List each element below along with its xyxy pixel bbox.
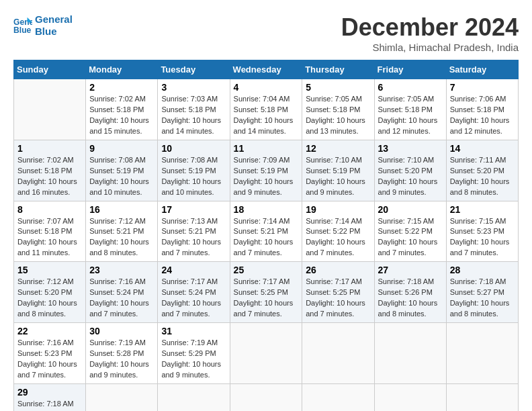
day-number: 25 <box>234 265 299 275</box>
day-number: 10 <box>161 143 226 154</box>
calendar-week-row: 15 Sunrise: 7:12 AM Sunset: 5:20 PM Dayl… <box>14 262 519 323</box>
day-number: 23 <box>89 265 154 275</box>
table-row: 24 Sunrise: 7:17 AM Sunset: 5:24 PM Dayl… <box>158 262 230 323</box>
day-number: 13 <box>378 143 443 154</box>
table-row: 31 Sunrise: 7:19 AM Sunset: 5:29 PM Dayl… <box>158 323 230 384</box>
day-info: Sunrise: 7:19 AM Sunset: 5:28 PM Dayligh… <box>89 338 154 381</box>
table-row: 20 Sunrise: 7:15 AM Sunset: 5:22 PM Dayl… <box>374 201 446 262</box>
day-info: Sunrise: 7:12 AM Sunset: 5:20 PM Dayligh… <box>17 277 82 320</box>
day-number: 20 <box>378 204 443 215</box>
table-row <box>158 383 230 411</box>
day-info: Sunrise: 7:15 AM Sunset: 5:22 PM Dayligh… <box>378 216 443 259</box>
table-row: 2 Sunrise: 7:02 AM Sunset: 5:18 PM Dayli… <box>86 79 158 140</box>
table-row: 10 Sunrise: 7:08 AM Sunset: 5:19 PM Dayl… <box>158 140 230 201</box>
day-info: Sunrise: 7:05 AM Sunset: 5:18 PM Dayligh… <box>378 94 443 137</box>
day-info: Sunrise: 7:08 AM Sunset: 5:19 PM Dayligh… <box>161 155 226 198</box>
table-row: 7 Sunrise: 7:06 AM Sunset: 5:18 PM Dayli… <box>446 79 518 140</box>
day-number: 18 <box>234 204 299 215</box>
day-info: Sunrise: 7:15 AM Sunset: 5:23 PM Dayligh… <box>450 216 515 259</box>
table-row: 26 Sunrise: 7:17 AM Sunset: 5:25 PM Dayl… <box>302 262 374 323</box>
day-number: 21 <box>450 204 515 215</box>
table-row: 12 Sunrise: 7:10 AM Sunset: 5:19 PM Dayl… <box>302 140 374 201</box>
table-row: 22 Sunrise: 7:16 AM Sunset: 5:23 PM Dayl… <box>14 323 86 384</box>
table-row: 25 Sunrise: 7:17 AM Sunset: 5:25 PM Dayl… <box>230 262 302 323</box>
day-number: 16 <box>89 204 154 215</box>
col-saturday: Saturday <box>446 60 518 79</box>
day-info: Sunrise: 7:03 AM Sunset: 5:18 PM Dayligh… <box>161 94 226 137</box>
table-row: 13 Sunrise: 7:10 AM Sunset: 5:20 PM Dayl… <box>374 140 446 201</box>
calendar-week-row: 1 Sunrise: 7:02 AM Sunset: 5:18 PM Dayli… <box>14 140 519 201</box>
day-info: Sunrise: 7:11 AM Sunset: 5:20 PM Dayligh… <box>450 155 515 198</box>
page-header: General Blue General Blue December 2024 … <box>13 13 519 53</box>
day-info: Sunrise: 7:14 AM Sunset: 5:22 PM Dayligh… <box>306 216 370 259</box>
calendar-week-row: 29 Sunrise: 7:18 AM Sunset: 5:27 PM Dayl… <box>14 383 519 411</box>
day-info: Sunrise: 7:16 AM Sunset: 5:23 PM Dayligh… <box>17 338 82 381</box>
table-row: 8 Sunrise: 7:07 AM Sunset: 5:18 PM Dayli… <box>14 201 86 262</box>
day-number: 29 <box>17 387 82 398</box>
day-number: 22 <box>17 326 82 336</box>
calendar-week-row: 8 Sunrise: 7:07 AM Sunset: 5:18 PM Dayli… <box>14 201 519 262</box>
logo-icon: General Blue <box>13 16 32 35</box>
table-row: 6 Sunrise: 7:05 AM Sunset: 5:18 PM Dayli… <box>374 79 446 140</box>
title-block: December 2024 Shimla, Himachal Pradesh, … <box>341 13 519 53</box>
table-row: 19 Sunrise: 7:14 AM Sunset: 5:22 PM Dayl… <box>302 201 374 262</box>
day-number: 14 <box>450 143 515 154</box>
day-info: Sunrise: 7:10 AM Sunset: 5:20 PM Dayligh… <box>378 155 443 198</box>
day-info: Sunrise: 7:17 AM Sunset: 5:25 PM Dayligh… <box>234 277 299 320</box>
col-sunday: Sunday <box>14 60 86 79</box>
calendar-week-row: 22 Sunrise: 7:16 AM Sunset: 5:23 PM Dayl… <box>14 323 519 384</box>
day-number: 28 <box>450 265 515 275</box>
table-row: 29 Sunrise: 7:18 AM Sunset: 5:27 PM Dayl… <box>14 383 86 411</box>
day-info: Sunrise: 7:17 AM Sunset: 5:24 PM Dayligh… <box>161 277 226 320</box>
table-row: 3 Sunrise: 7:03 AM Sunset: 5:18 PM Dayli… <box>158 79 230 140</box>
table-row: 14 Sunrise: 7:11 AM Sunset: 5:20 PM Dayl… <box>446 140 518 201</box>
table-row: 11 Sunrise: 7:09 AM Sunset: 5:19 PM Dayl… <box>230 140 302 201</box>
day-info: Sunrise: 7:19 AM Sunset: 5:29 PM Dayligh… <box>161 338 226 381</box>
day-number: 8 <box>17 204 82 215</box>
month-title: December 2024 <box>341 13 519 42</box>
table-row: 16 Sunrise: 7:12 AM Sunset: 5:21 PM Dayl… <box>86 201 158 262</box>
calendar-week-row: 2 Sunrise: 7:02 AM Sunset: 5:18 PM Dayli… <box>14 79 519 140</box>
day-info: Sunrise: 7:02 AM Sunset: 5:18 PM Dayligh… <box>89 94 154 137</box>
table-row <box>230 383 302 411</box>
table-row <box>374 323 446 384</box>
table-row: 17 Sunrise: 7:13 AM Sunset: 5:21 PM Dayl… <box>158 201 230 262</box>
day-info: Sunrise: 7:18 AM Sunset: 5:27 PM Dayligh… <box>17 399 82 411</box>
day-info: Sunrise: 7:06 AM Sunset: 5:18 PM Dayligh… <box>450 94 515 137</box>
day-number: 4 <box>234 82 299 93</box>
table-row <box>446 323 518 384</box>
col-tuesday: Tuesday <box>158 60 230 79</box>
day-number: 24 <box>161 265 226 275</box>
day-number: 27 <box>378 265 443 275</box>
day-number: 30 <box>89 326 154 336</box>
calendar-header-row: Sunday Monday Tuesday Wednesday Thursday… <box>14 60 519 79</box>
table-row <box>86 383 158 411</box>
day-info: Sunrise: 7:07 AM Sunset: 5:18 PM Dayligh… <box>17 216 82 259</box>
day-info: Sunrise: 7:13 AM Sunset: 5:21 PM Dayligh… <box>161 216 226 259</box>
day-info: Sunrise: 7:10 AM Sunset: 5:19 PM Dayligh… <box>306 155 370 198</box>
day-number: 12 <box>306 143 370 154</box>
day-number: 19 <box>306 204 370 215</box>
svg-text:Blue: Blue <box>13 26 32 35</box>
table-row: 4 Sunrise: 7:04 AM Sunset: 5:18 PM Dayli… <box>230 79 302 140</box>
col-friday: Friday <box>374 60 446 79</box>
day-number: 31 <box>161 326 226 336</box>
col-thursday: Thursday <box>302 60 374 79</box>
day-number: 15 <box>17 265 82 275</box>
table-row: 18 Sunrise: 7:14 AM Sunset: 5:21 PM Dayl… <box>230 201 302 262</box>
day-info: Sunrise: 7:14 AM Sunset: 5:21 PM Dayligh… <box>234 216 299 259</box>
day-number: 6 <box>378 82 443 93</box>
day-info: Sunrise: 7:08 AM Sunset: 5:19 PM Dayligh… <box>89 155 154 198</box>
logo: General Blue General Blue <box>13 13 73 38</box>
table-row: 30 Sunrise: 7:19 AM Sunset: 5:28 PM Dayl… <box>86 323 158 384</box>
table-row <box>302 383 374 411</box>
day-number: 11 <box>234 143 299 154</box>
calendar-table: Sunday Monday Tuesday Wednesday Thursday… <box>13 60 519 411</box>
day-number: 3 <box>161 82 226 93</box>
logo-line1: General <box>35 13 73 26</box>
table-row: 28 Sunrise: 7:18 AM Sunset: 5:27 PM Dayl… <box>446 262 518 323</box>
table-row <box>302 323 374 384</box>
table-row: 15 Sunrise: 7:12 AM Sunset: 5:20 PM Dayl… <box>14 262 86 323</box>
day-info: Sunrise: 7:12 AM Sunset: 5:21 PM Dayligh… <box>89 216 154 259</box>
table-row <box>230 323 302 384</box>
